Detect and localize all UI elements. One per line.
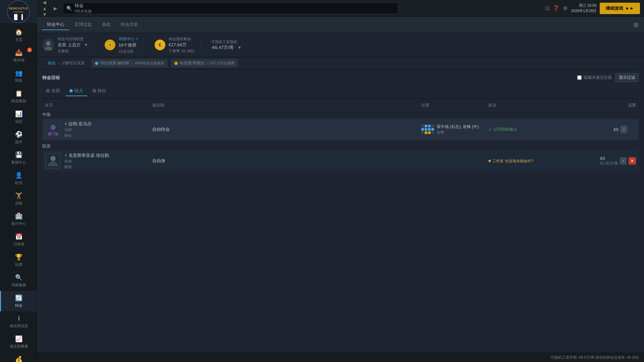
wage-label: 可用的工资预算: (211, 40, 241, 45)
clauses-breadcrumb-link[interactable]: 条款 (48, 60, 56, 66)
svg-rect-5 (21, 14, 23, 20)
row-arrow-yamal[interactable]: › (621, 126, 627, 133)
nav-down[interactable]: ▼ (41, 12, 48, 17)
clause-detail-2: €27.5万出场费 (210, 61, 234, 66)
topbar-right: ⊡ ❓ ⚙ 周三 18:00 2026年1月28日 继续游戏 ►► (545, 3, 640, 14)
manager-sub-role: 主教练 (58, 48, 88, 54)
sidebar-item-dynamics[interactable]: 📊 动态 (0, 107, 37, 127)
wage-block: 可用的工资预算: -€6.47万/周 ▼ (206, 36, 241, 54)
search-bar: 🔍 转会 0尚未实施 (63, 3, 398, 14)
continue-button[interactable]: 继续游戏 ►► (600, 3, 640, 14)
sidebar-item-label: 训练 (15, 201, 22, 206)
player-row-yamal[interactable]: ⬆ 拉明·亚马尔 18岁 转会 自由转会 (42, 119, 639, 140)
status-text-yamal: 1/7/2026加入 (493, 127, 517, 132)
page-header: 转会中心 足球总监 条款 转会历史 ⊞ (37, 17, 644, 33)
sidebar-item-transfer[interactable]: 🔄 转会 (0, 291, 37, 311)
section-staff: 职员 (42, 141, 639, 150)
manager-name: 吉良 上总介 (58, 42, 81, 48)
budget-icon-circle: € (155, 40, 165, 50)
hide-inactive-checkbox[interactable] (577, 75, 582, 80)
tab-out[interactable]: 转出 (89, 86, 110, 96)
grid-view-icon[interactable]: ⊞ (634, 21, 639, 28)
staff-icon: 👤 (15, 172, 22, 179)
player-info-staff: ⬆ 克里斯蒂亚诺·埃拉勒 50岁 聘请 (45, 152, 152, 170)
help-icon[interactable]: ❓ (553, 5, 559, 11)
svg-point-8 (46, 41, 50, 45)
pos-dot (428, 131, 431, 134)
clauses-bar: 条款 › 2项可以买卖 特拉维斯·赫内斯 › 40%转会分成条款 哈里森·阿斯比… (42, 57, 639, 70)
row-arrow-staff[interactable]: › (620, 157, 627, 165)
svg-rect-3 (14, 14, 17, 20)
sidebar-item-label: 阵容 (15, 78, 22, 83)
sidebar-item-scout[interactable]: 🔍 球探搜索 (0, 270, 37, 291)
help2-icon[interactable]: ⊡ (545, 5, 549, 11)
sidebar-item-club-info[interactable]: ℹ 俱乐部信息 (0, 311, 37, 332)
manager-dropdown-icon[interactable]: ▼ (84, 42, 88, 48)
tab-football-director[interactable]: 足球总监 (70, 19, 97, 30)
tab-all-label: 全部 (51, 88, 60, 94)
table-header: 名字 俱乐部 位置 状况 花费 (42, 101, 639, 110)
svg-rect-14 (51, 131, 53, 135)
sidebar-item-inbox[interactable]: 📥 收件箱 1 (0, 46, 37, 66)
nav-forward-btn[interactable]: ▶ (52, 6, 59, 11)
sidebar-item-medical[interactable]: 🏥 医疗中心 (0, 209, 37, 230)
position-main-yamal: 双中场 (右左), 前锋 (中) (437, 124, 479, 130)
scout-recommended: 16个推荐 (119, 42, 138, 49)
tab-out-label: 转出 (98, 88, 106, 94)
budget-sub: 下赛季: €1.38亿 (169, 48, 195, 54)
player-avatar-yamal (45, 121, 61, 137)
sidebar-item-squad[interactable]: 👥 阵容 (0, 66, 37, 86)
player-position-yamal: 双中场 (右左), 前锋 (中) 边锋 (421, 124, 488, 135)
topbar: ◀ ▲ ▶ ▼ ▶ 🔍 转会 0尚未实施 ⊡ ❓ ⚙ 周三 18:00 2026… (37, 0, 644, 17)
sidebar-item-tactics[interactable]: ⚽ 战术 (0, 127, 37, 148)
player-age-staff: 50岁 (64, 159, 109, 164)
sidebar-item-training[interactable]: 🏋 训练 (0, 189, 37, 209)
pos-dot (431, 128, 434, 131)
nav-up[interactable]: ▲ (41, 6, 48, 11)
svg-point-11 (109, 44, 111, 46)
tactics-plan-icon: 📋 (15, 90, 22, 97)
close-button-staff[interactable]: ✕ (629, 157, 636, 165)
sidebar-item-matches[interactable]: 🏆 比赛 (0, 250, 37, 270)
scout-info: 球探中心 > 16个推荐 21名活跃 (119, 36, 138, 54)
squad-icon: 👥 (15, 69, 22, 77)
nav-back[interactable]: ◀ (41, 0, 48, 5)
sidebar-item-club-results[interactable]: 📈 俱乐部赛果 (0, 332, 37, 352)
settings-icon[interactable]: ⚙ (563, 5, 568, 11)
sidebar-item-finance[interactable]: 💰 财政 (0, 352, 37, 362)
sidebar-item-label: 转会 (15, 303, 22, 308)
sidebar-item-label: 球探搜索 (11, 283, 26, 288)
sidebar-nav: 🏠 主页 📥 收件箱 1 👥 阵容 📋 阵容规划 📊 动态 ⚽ 战术 💾 数据中… (0, 24, 37, 362)
tab-clauses[interactable]: 条款 (97, 19, 115, 30)
col-club: 俱乐部 (152, 103, 421, 108)
datetime: 周三 18:00 2026年1月28日 (571, 3, 596, 13)
clause-item-1[interactable]: 特拉维斯·赫内斯 › 40%转会分成条款 (92, 59, 168, 67)
budget-label: 转会预算剩余: (169, 36, 195, 42)
tab-transfer-center[interactable]: 转会中心 (42, 19, 69, 30)
medical-icon: 🏥 (15, 213, 22, 220)
tab-transfer-history[interactable]: 转会历史 (116, 19, 143, 30)
tab-in[interactable]: 转入 (65, 86, 87, 96)
tab-all[interactable]: 全部 (42, 86, 64, 96)
scout-icon: 🔍 (15, 274, 22, 281)
scout-link[interactable]: 球探中心 > (119, 36, 138, 42)
position-sub-yamal: 边锋 (437, 130, 479, 135)
player-row-staff[interactable]: ⬆ 克里斯蒂亚诺·埃拉勒 50岁 聘请 自由身 ■ 工作室 '此选项未能如何?' (42, 150, 639, 172)
svg-text:NEWCASTLE: NEWCASTLE (9, 7, 28, 10)
sidebar-item-schedule[interactable]: 📅 日程表 (0, 230, 37, 250)
dynamics-icon: 📊 (15, 110, 22, 118)
pos-dot (425, 131, 427, 134)
wage-dropdown-icon[interactable]: ▼ (237, 45, 241, 50)
status-warning-icon: ■ (488, 159, 491, 163)
position-grid-yamal (421, 125, 434, 134)
content-area: 转会中心 足球总监 条款 转会历史 ⊞ (37, 17, 644, 362)
inbox-icon: 📥 (15, 49, 22, 56)
show-past-button[interactable]: 显示过滤 (615, 73, 639, 82)
sidebar-item-staff[interactable]: 👤 职员 (0, 168, 37, 189)
sidebar-item-home[interactable]: 🏠 主页 (0, 25, 37, 46)
sidebar-item-datacenter[interactable]: 💾 数据中心 (0, 148, 37, 168)
clause-item-2[interactable]: 哈里森·阿斯比 › €27.5万出场费 (171, 59, 238, 67)
player-club-staff: 自由身 (152, 158, 421, 164)
hide-inactive-label[interactable]: 隐藏未激活交易 (577, 75, 612, 80)
sidebar-item-tactics-plan[interactable]: 📋 阵容规划 (0, 86, 37, 107)
